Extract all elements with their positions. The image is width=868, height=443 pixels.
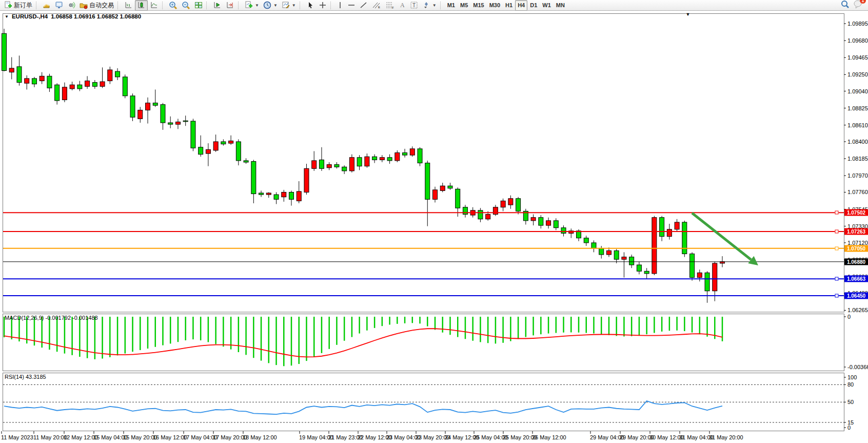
- chevron-down-icon: ▼: [255, 3, 259, 8]
- template-icon: [282, 1, 290, 9]
- timeframe-label: D1: [530, 2, 537, 8]
- tf-w1-button[interactable]: W1: [540, 0, 554, 11]
- arrows-button[interactable]: ▼: [420, 0, 439, 11]
- svg-text:E: E: [378, 6, 380, 9]
- tf-m30-button[interactable]: M30: [487, 0, 503, 11]
- chart-symbol-line: ▼ EURUSD-,H4 1.06858 1.06916 1.06852 1.0…: [5, 13, 141, 20]
- toolbar-button-label: 新订单: [14, 1, 32, 10]
- price-axis-tick: 1.08825: [847, 105, 868, 111]
- toolbar-button-label: 自动交易: [89, 1, 114, 10]
- horizontal-line-button[interactable]: [345, 0, 358, 11]
- level-price-tag: 1.07502: [844, 209, 868, 216]
- trend-icon: [360, 1, 368, 9]
- label-button[interactable]: T: [408, 0, 420, 11]
- notification-badge: 1: [860, 0, 866, 4]
- zoom-in-button[interactable]: [167, 0, 180, 11]
- periods-button[interactable]: ▼: [261, 0, 280, 11]
- search-icon[interactable]: [840, 0, 850, 11]
- timeframe-label: M1: [447, 2, 455, 8]
- ohlc-values: 1.06858 1.06916 1.06852 1.06880: [51, 13, 141, 20]
- chart-canvas: [0, 11, 868, 443]
- time-axis-label: 26 May 12:00: [532, 434, 566, 440]
- candlestick-chart-button[interactable]: [135, 0, 148, 11]
- price-axis-tick: 1.09465: [847, 54, 868, 61]
- text-button[interactable]: A: [397, 0, 408, 11]
- hline-handle[interactable]: [835, 277, 839, 281]
- chart-shift-button[interactable]: [224, 0, 236, 11]
- tf-m5-button[interactable]: M5: [458, 0, 470, 11]
- chart-shift-marker[interactable]: ▼: [686, 12, 691, 17]
- new-order-button[interactable]: 新订单: [2, 0, 34, 11]
- cursor-icon: [306, 1, 314, 9]
- autoscroll-icon: [213, 1, 222, 9]
- tf-h1-button[interactable]: H1: [503, 0, 515, 11]
- bar-chart-button[interactable]: [122, 0, 135, 11]
- toolbar-separator: [330, 2, 333, 9]
- new-order-icon: [4, 1, 12, 9]
- cursor-button[interactable]: [304, 0, 317, 11]
- price-axis-tick: 1.06265: [847, 307, 868, 313]
- rsi-axis-tick: 0: [847, 425, 851, 431]
- hline-handle[interactable]: [835, 229, 839, 233]
- indicators-button[interactable]: ▼: [243, 0, 261, 11]
- tf-h4-button[interactable]: H4: [515, 0, 527, 11]
- bid-price-tag: 1.06880: [844, 258, 868, 265]
- rsi-indicator-label: RSI(14) 43.3185: [5, 374, 46, 380]
- new-chart-button[interactable]: [41, 0, 53, 11]
- channel-icon: E: [372, 1, 381, 9]
- level-price-tag: 1.07263: [844, 228, 868, 235]
- toolbar-separator: [36, 2, 38, 9]
- channel-button[interactable]: E: [370, 0, 383, 11]
- svg-text:T: T: [412, 3, 416, 8]
- time-axis-label: 17 May 04:00: [183, 434, 218, 440]
- line-chart-button[interactable]: [148, 0, 161, 11]
- time-axis-label: 29 May 20:00: [620, 434, 654, 440]
- hline-handle[interactable]: [835, 294, 839, 297]
- timeframe-label: M15: [473, 2, 484, 8]
- price-axis-tick: 1.07970: [847, 172, 868, 179]
- crosshair-button[interactable]: [317, 0, 329, 11]
- rsi-axis-tick: 80: [847, 381, 854, 388]
- fibonacci-button[interactable]: F: [383, 0, 397, 11]
- chevron-down-icon: ▼: [273, 3, 278, 8]
- vertical-line-button[interactable]: [335, 0, 345, 11]
- linechart-icon: [150, 1, 159, 9]
- macd-indicator-label: MACD(12,26,9) -0.001792 -0.001488: [5, 315, 98, 321]
- templates-button[interactable]: ▼: [280, 0, 298, 11]
- price-axis-tick: 1.08185: [847, 156, 868, 162]
- price-axis-tick: 1.09680: [847, 37, 868, 44]
- price-axis-tick: 1.08400: [847, 139, 868, 145]
- profiles-button[interactable]: [53, 0, 65, 11]
- time-axis-label: 31 May 20:00: [709, 434, 743, 440]
- tf-d1-button[interactable]: D1: [527, 0, 540, 11]
- sound-icon: [67, 1, 75, 9]
- zoom-out-button[interactable]: [180, 0, 192, 11]
- clock-icon: [263, 1, 271, 9]
- toolbar-separator: [206, 2, 209, 9]
- gold-chart-icon: [43, 1, 51, 9]
- tf-m15-button[interactable]: M15: [470, 0, 486, 11]
- time-axis-label: 11 May 2023: [1, 434, 33, 440]
- timeframe-label: MN: [556, 2, 565, 8]
- level-price-tag: 1.07050: [844, 245, 868, 252]
- tf-m1-button[interactable]: M1: [445, 0, 458, 11]
- hline-handle[interactable]: [835, 246, 839, 250]
- hline-handle[interactable]: [835, 211, 839, 215]
- tile-windows-button[interactable]: [192, 0, 205, 11]
- chevron-down-icon: ▼: [292, 3, 296, 8]
- trendline-button[interactable]: [358, 0, 370, 11]
- time-axis-label: 30 May 12:00: [649, 434, 684, 440]
- symbol-period-label: EURUSD-,H4: [12, 13, 48, 20]
- level-price-tag: 1.06450: [844, 292, 868, 299]
- symbol-dropdown-icon[interactable]: ▼: [5, 14, 9, 19]
- svg-text:F: F: [392, 6, 394, 9]
- time-axis-label: 15 May 20:00: [123, 434, 157, 440]
- auto-scroll-button[interactable]: [211, 0, 224, 11]
- notifications-icon[interactable]: 1: [854, 0, 863, 11]
- tf-mn-button[interactable]: MN: [554, 0, 567, 11]
- autotrading-button[interactable]: 自动交易: [77, 0, 116, 11]
- crosshair-icon: [319, 1, 327, 9]
- alerts-button[interactable]: [65, 0, 77, 11]
- svg-text:A: A: [400, 2, 405, 9]
- chart-area[interactable]: ▼ EURUSD-,H4 1.06858 1.06916 1.06852 1.0…: [0, 11, 868, 443]
